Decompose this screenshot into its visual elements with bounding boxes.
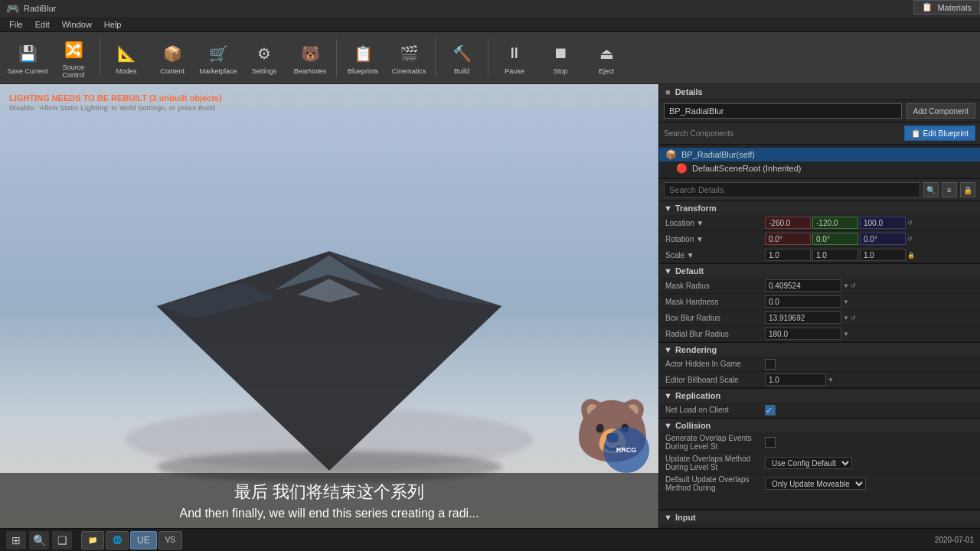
mask-hardness-label: Mask Hardness (665, 298, 765, 306)
pause-icon: ⏸ (502, 41, 527, 66)
radial-blur-row: Radial Blur Radius ▼ (659, 326, 980, 342)
actor-hidden-label: Actor Hidden In Game (665, 360, 765, 368)
box-blur-reset[interactable]: ↺ (851, 315, 856, 321)
auto-receive-row: Auto Receive Input (659, 524, 980, 528)
location-x-input[interactable] (765, 217, 811, 229)
taskbar-vs[interactable]: VS (158, 531, 182, 549)
search-component-label: Search Components (664, 129, 900, 138)
blueprint-name-input[interactable] (664, 103, 902, 119)
menu-help[interactable]: Help (98, 17, 128, 31)
actor-hidden-checkbox[interactable] (765, 359, 776, 370)
edit-blueprint-button[interactable]: 📋 Edit Blueprint (904, 126, 975, 141)
taskbar-chrome[interactable]: 🌐 (106, 531, 129, 549)
mask-radius-arrow[interactable]: ▼ (843, 282, 849, 289)
view-options-button[interactable]: ≡ (942, 182, 957, 197)
stop-button[interactable]: ⏹ Stop (539, 35, 582, 81)
eject-icon: ⏏ (594, 41, 619, 66)
rotation-row: Rotation ▼ ↺ (659, 231, 980, 247)
input-section-header[interactable]: ▼ Input (659, 510, 980, 524)
default-section: ▼ Default Mask Radius ▼ ↺ Mask Hardness … (659, 264, 980, 343)
taskbar-explorer[interactable]: 📁 (81, 531, 104, 549)
toolbar: 💾 Save Current 🔀 Source Control 📐 Modes … (0, 32, 980, 84)
details-panel-header: ■ Details (659, 84, 980, 100)
pause-button[interactable]: ⏸ Pause (493, 35, 536, 81)
location-z-input[interactable] (860, 217, 906, 229)
radial-blur-arrow[interactable]: ▼ (843, 331, 849, 337)
search-details-input[interactable] (664, 182, 920, 197)
taskbar-unreal[interactable]: UE (130, 531, 157, 549)
materials-tab[interactable]: 📋 Materials (913, 0, 980, 15)
component-default-scene-root[interactable]: 🔴 DefaultSceneRoot (Inherited) (659, 161, 980, 175)
editor-billboard-input[interactable] (765, 373, 826, 386)
box-blur-arrow[interactable]: ▼ (843, 315, 849, 321)
component-tree: 📦 BP_RadialBlur(self) 🔴 DefaultSceneRoot… (659, 145, 980, 179)
mask-hardness-row: Mask Hardness ▼ (659, 294, 980, 310)
save-current-button[interactable]: 💾 Save Current (6, 35, 49, 81)
details-panel: ■ Details Add Component Search Component… (658, 84, 980, 528)
menu-window[interactable]: Window (56, 17, 98, 31)
net-load-checkbox[interactable]: ✓ (765, 405, 776, 416)
replication-section-header[interactable]: ▼ Replication (659, 389, 980, 403)
lock-button[interactable]: 🔒 (960, 182, 975, 197)
settings-button[interactable]: ⚙ Settings (243, 35, 286, 81)
search-button[interactable]: 🔍 (923, 182, 939, 197)
mask-hardness-arrow[interactable]: ▼ (843, 298, 849, 305)
rotation-x-input[interactable] (765, 233, 811, 245)
menu-file[interactable]: File (3, 17, 29, 31)
rendering-section-header[interactable]: ▼ Rendering (659, 343, 980, 357)
location-reset[interactable]: ↺ (907, 220, 913, 227)
cinematics-icon: 🎬 (397, 41, 421, 66)
search-taskbar-button[interactable]: 🔍 (29, 531, 49, 549)
viewport[interactable]: RRCG 人人素材 人人素材 RRCG RRCG 人人素材 RRCG (0, 84, 658, 528)
task-view-button[interactable]: ❑ (52, 531, 72, 549)
blueprints-button[interactable]: 📋 Blueprints (341, 35, 384, 81)
collision-section-header[interactable]: ▼ Collision (659, 419, 980, 432)
default-section-header[interactable]: ▼ Default (659, 264, 980, 278)
subtitle-english: And then finally, we will end this serie… (8, 507, 651, 520)
bearnotes-button[interactable]: 🐻 BearNotes (289, 35, 332, 81)
subtitle-overlay: 最后 我们将结束这个系列 And then finally, we will e… (0, 473, 658, 528)
mask-radius-input[interactable] (765, 279, 841, 292)
radial-blur-input[interactable] (765, 328, 841, 340)
default-update-overlaps-select[interactable]: Only Update Moveable (765, 478, 866, 490)
mask-hardness-input[interactable] (765, 295, 841, 308)
net-load-label: Net Load on Client (665, 406, 765, 414)
box-blur-input[interactable] (765, 311, 841, 324)
windows-start-button[interactable]: ⊞ (6, 531, 26, 549)
rotation-reset[interactable]: ↺ (907, 236, 913, 243)
scale-reset[interactable]: 🔒 (907, 252, 915, 259)
update-overlaps-select[interactable]: Use Config Default (765, 457, 852, 469)
modes-button[interactable]: 📐 Modes (105, 35, 148, 81)
scale-z-input[interactable] (860, 249, 906, 261)
mask-radius-value: ▼ ↺ (765, 279, 974, 292)
mask-radius-reset[interactable]: ↺ (851, 282, 856, 289)
eject-button[interactable]: ⏏ Eject (585, 35, 628, 81)
net-load-row: Net Load on Client ✓ (659, 403, 980, 418)
menu-edit[interactable]: Edit (29, 17, 56, 31)
location-y-input[interactable] (812, 217, 858, 229)
build-button[interactable]: 🔨 Build (440, 35, 483, 81)
cinematics-button[interactable]: 🎬 Cinematics (387, 35, 430, 81)
rotation-z-input[interactable] (860, 233, 906, 245)
component-self[interactable]: 📦 BP_RadialBlur(self) (659, 148, 980, 161)
scale-x-input[interactable] (765, 249, 811, 261)
transform-section-header[interactable]: ▼ Transform (659, 201, 980, 215)
toolbar-sep-2 (336, 39, 337, 77)
scale-y-input[interactable] (812, 249, 858, 261)
content-button[interactable]: 📦 Content (151, 35, 194, 81)
rotation-y-input[interactable] (812, 233, 858, 245)
add-component-button[interactable]: Add Component (906, 103, 975, 119)
marketplace-button[interactable]: 🛒 Marketplace (197, 35, 240, 81)
generate-overlap-row: Generate Overlap Events During Level St (659, 432, 980, 453)
taskbar-apps: 📁 🌐 UE VS (81, 531, 182, 549)
replication-section: ▼ Replication Net Load on Client ✓ (659, 389, 980, 419)
toolbar-sep-1 (100, 39, 100, 77)
settings-icon: ⚙ (252, 41, 276, 66)
rendering-section: ▼ Rendering Actor Hidden In Game Editor … (659, 343, 980, 389)
scale-row: Scale ▼ 🔒 (659, 247, 980, 263)
actor-hidden-value (765, 359, 974, 370)
billboard-arrow[interactable]: ▼ (828, 377, 834, 383)
generate-overlap-checkbox[interactable] (765, 437, 776, 448)
search-component-bar: Search Components 📋 Edit Blueprint (659, 122, 980, 145)
source-control-button[interactable]: 🔀 Source Control (52, 35, 95, 81)
